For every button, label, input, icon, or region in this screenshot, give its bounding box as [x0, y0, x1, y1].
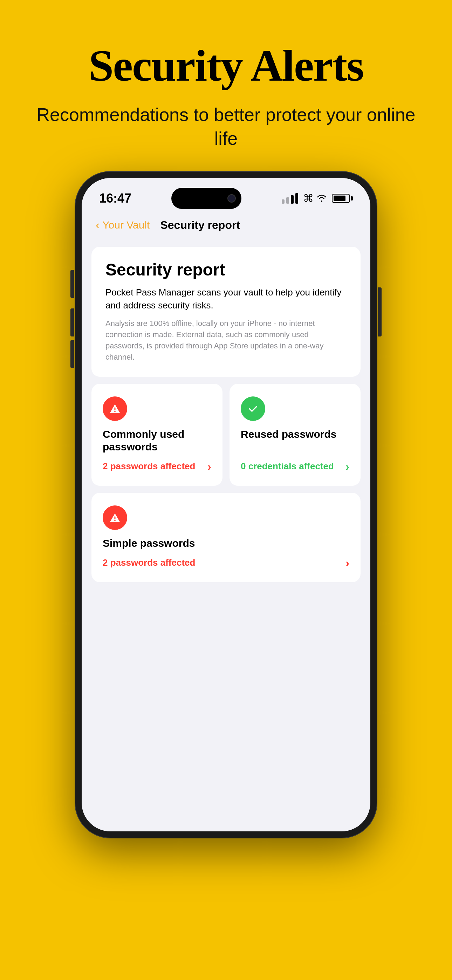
nav-title: Security report: [160, 219, 240, 232]
svg-rect-4: [115, 516, 116, 519]
nav-back-label: Your Vault: [102, 219, 150, 231]
signal-icon: [282, 193, 298, 204]
check-icon-reused: [241, 396, 265, 421]
phone-wrapper: 16:47 ⌘: [0, 172, 452, 980]
commonly-used-chevron: ›: [207, 460, 211, 473]
phone: 16:47 ⌘: [75, 172, 377, 838]
battery-icon: [332, 194, 353, 203]
dynamic-island: [171, 188, 242, 209]
page-subtitle: Recommendations to better protect your o…: [28, 103, 424, 150]
wifi-icon: ⌘: [303, 192, 327, 204]
back-chevron-icon: ‹: [95, 218, 100, 232]
report-info-card: Security report Pocket Pass Manager scan…: [91, 247, 361, 377]
status-bar: 16:47 ⌘: [82, 178, 370, 212]
svg-point-2: [114, 411, 116, 412]
svg-rect-1: [115, 407, 116, 410]
page-title: Security Alerts: [28, 42, 424, 89]
nav-back-button[interactable]: ‹ Your Vault: [95, 219, 150, 232]
commonly-used-status: 2 passwords affected: [103, 461, 195, 473]
status-icons: ⌘: [282, 192, 353, 204]
status-time: 16:47: [99, 191, 131, 206]
reused-passwords-chevron: ›: [345, 460, 349, 473]
simple-passwords-chevron: ›: [345, 557, 349, 570]
simple-passwords-card[interactable]: Simple passwords 2 passwords affected ›: [91, 493, 361, 582]
cards-grid: Commonly used passwords 2 passwords affe…: [91, 384, 361, 486]
simple-passwords-title: Simple passwords: [103, 537, 349, 550]
commonly-used-footer: 2 passwords affected ›: [103, 460, 211, 473]
warning-icon-simple: [103, 506, 127, 530]
report-card-description: Pocket Pass Manager scans your vault to …: [105, 286, 347, 312]
reused-passwords-footer: 0 credentials affected ›: [241, 460, 349, 473]
reused-passwords-status: 0 credentials affected: [241, 461, 334, 473]
reused-passwords-card[interactable]: Reused passwords 0 credentials affected …: [229, 384, 361, 486]
simple-passwords-status: 2 passwords affected: [103, 557, 195, 569]
report-card-note: Analysis are 100% offline, locally on yo…: [105, 318, 347, 363]
nav-bar: ‹ Your Vault Security report: [82, 212, 370, 238]
report-card-title: Security report: [105, 261, 347, 279]
simple-passwords-footer: 2 passwords affected ›: [103, 557, 349, 570]
phone-screen: 16:47 ⌘: [82, 178, 370, 831]
svg-point-5: [114, 520, 116, 521]
commonly-used-title: Commonly used passwords: [103, 428, 211, 453]
warning-icon-commonly: [103, 396, 127, 421]
page-header: Security Alerts Recommendations to bette…: [0, 0, 452, 172]
screen-content: Security report Pocket Pass Manager scan…: [82, 238, 370, 831]
reused-passwords-title: Reused passwords: [241, 428, 349, 453]
commonly-used-card[interactable]: Commonly used passwords 2 passwords affe…: [91, 384, 223, 486]
